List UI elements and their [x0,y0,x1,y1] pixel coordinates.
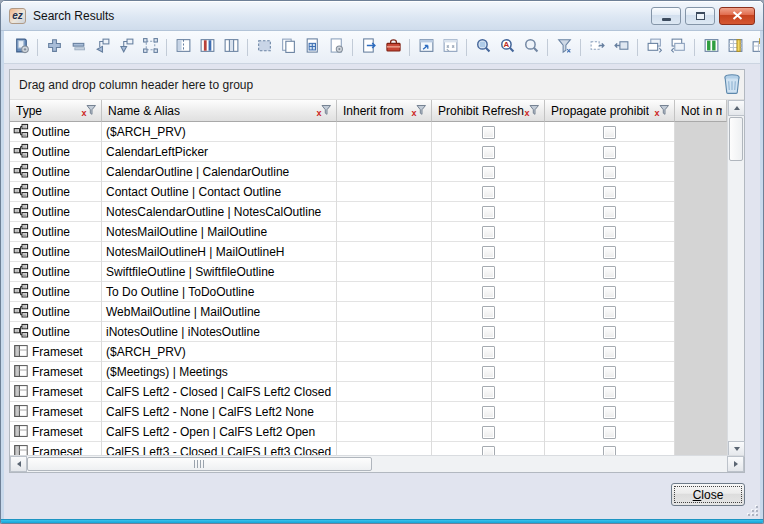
prohibit-checkbox[interactable] [482,166,495,179]
propagate-checkbox[interactable] [603,286,616,299]
cell-prohibit[interactable] [432,202,545,222]
vertical-scroll-thumb[interactable] [729,117,743,161]
filter-icon[interactable]: x [411,104,427,117]
zoom-button[interactable] [520,36,542,58]
cell-prohibit[interactable] [432,182,545,202]
cell-prohibit[interactable] [432,342,545,362]
cell-prohibit[interactable] [432,282,545,302]
cell-prohibit[interactable] [432,382,545,402]
prohibit-checkbox[interactable] [482,326,495,339]
cell-prohibit[interactable] [432,302,545,322]
table-row[interactable]: OutlineNotesMailOutline | MailOutline [10,222,727,242]
column-header-name[interactable]: Name & Aliasx [102,100,337,122]
column-header-prohibit[interactable]: Prohibit Refreshx [432,100,545,122]
title-bar[interactable]: ez Search Results [1,1,763,31]
group-by-panel[interactable]: Drag and drop column header here to grou… [10,70,744,100]
cell-prohibit[interactable] [432,442,545,455]
propagate-checkbox[interactable] [603,346,616,359]
table-row[interactable]: FramesetCalFS Left3 - Closed | CalFS Lef… [10,442,727,455]
tree-collapse-button[interactable] [91,36,113,58]
scroll-up-button[interactable] [728,100,745,116]
selection-box-button[interactable] [253,36,275,58]
column-header-inherit[interactable]: Inherit fromx [337,100,432,122]
zoom-selection-button[interactable] [472,36,494,58]
cell-propagate[interactable] [545,302,675,322]
filter-icon[interactable]: x [524,104,540,117]
cell-propagate[interactable] [545,162,675,182]
collapse-pane-button[interactable] [610,36,632,58]
cell-prohibit[interactable] [432,122,545,142]
find-text-button[interactable]: A [496,36,518,58]
table-row[interactable]: Outline($ARCH_PRV) [10,122,727,142]
cell-prohibit[interactable] [432,162,545,182]
cell-propagate[interactable] [545,242,675,262]
table-row[interactable]: OutlineCalendarOutline | CalendarOutline [10,162,727,182]
table-row[interactable]: FramesetCalFS Left2 - Closed | CalFS Lef… [10,382,727,402]
table-row[interactable]: OutlineiNotesOutline | iNotesOutline [10,322,727,342]
propagate-checkbox[interactable] [603,126,616,139]
cell-prohibit[interactable] [432,242,545,262]
bring-forward-button[interactable] [667,36,689,58]
filter-tool-button[interactable] [553,36,575,58]
export-button[interactable] [358,36,380,58]
cell-prohibit[interactable] [432,402,545,422]
cell-propagate[interactable] [545,202,675,222]
propagate-checkbox[interactable] [603,366,616,379]
cell-propagate[interactable] [545,402,675,422]
select-nodes-button[interactable] [139,36,161,58]
cell-propagate[interactable] [545,282,675,302]
prohibit-checkbox[interactable] [482,446,495,456]
copy-options-button[interactable] [325,36,347,58]
cell-prohibit[interactable] [432,322,545,342]
copy-button[interactable] [277,36,299,58]
add-button[interactable] [43,36,65,58]
table-row[interactable]: OutlineNotesMailOutlineH | MailOutlineH [10,242,727,262]
cell-propagate[interactable] [545,122,675,142]
columns-highlight-button[interactable] [700,36,722,58]
resize-grip[interactable] [747,505,758,516]
prohibit-checkbox[interactable] [482,386,495,399]
table-row[interactable]: Frameset($ARCH_PRV) [10,342,727,362]
prohibit-checkbox[interactable] [482,206,495,219]
cell-prohibit[interactable] [432,262,545,282]
prohibit-checkbox[interactable] [482,126,495,139]
propagate-checkbox[interactable] [603,246,616,259]
cell-propagate[interactable] [545,262,675,282]
prohibit-checkbox[interactable] [482,186,495,199]
propagate-checkbox[interactable] [603,226,616,239]
propagate-checkbox[interactable] [603,406,616,419]
cell-prohibit[interactable] [432,362,545,382]
column-view-button[interactable] [220,36,242,58]
propagate-checkbox[interactable] [603,146,616,159]
propagate-checkbox[interactable] [603,266,616,279]
column-bands-button[interactable] [196,36,218,58]
tree-expand-button[interactable] [115,36,137,58]
prohibit-checkbox[interactable] [482,346,495,359]
cell-propagate[interactable] [545,442,675,455]
scroll-right-button[interactable] [727,456,744,472]
cell-propagate[interactable] [545,222,675,242]
horizontal-scrollbar[interactable] [10,455,744,472]
close-button[interactable]: Close [671,483,745,506]
cell-propagate[interactable] [545,362,675,382]
minimize-button[interactable] [651,7,681,25]
filter-icon[interactable]: x [654,104,670,117]
cell-propagate[interactable] [545,142,675,162]
prohibit-checkbox[interactable] [482,246,495,259]
column-header-type[interactable]: Typex [10,100,102,122]
prohibit-checkbox[interactable] [482,306,495,319]
prohibit-checkbox[interactable] [482,426,495,439]
column-freeze-button[interactable] [172,36,194,58]
propagate-checkbox[interactable] [603,166,616,179]
propagate-checkbox[interactable] [603,306,616,319]
expand-pane-button[interactable] [586,36,608,58]
cell-propagate[interactable] [545,182,675,202]
cell-propagate[interactable] [545,342,675,362]
propagate-checkbox[interactable] [603,326,616,339]
vertical-scrollbar[interactable] [727,100,744,457]
table-row[interactable]: FramesetCalFS Left2 - None | CalFS Left2… [10,402,727,422]
send-backward-button[interactable] [643,36,665,58]
scroll-left-button[interactable] [10,456,27,472]
table-row[interactable]: OutlineCalendarLeftPicker [10,142,727,162]
cell-prohibit[interactable] [432,142,545,162]
